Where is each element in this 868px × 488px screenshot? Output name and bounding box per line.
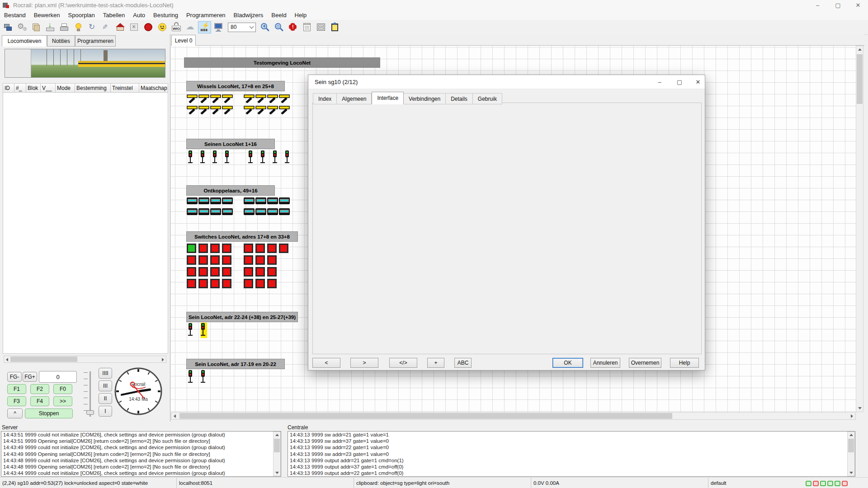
turnout-symbol[interactable]: [244, 94, 255, 105]
cloud-icon[interactable]: ☁: [184, 21, 197, 33]
turnout-symbol[interactable]: [187, 94, 198, 105]
decoupler-symbol[interactable]: [267, 208, 278, 215]
switch-output-button[interactable]: [267, 244, 277, 253]
signal-symbol[interactable]: [248, 150, 255, 165]
turnout-symbol[interactable]: [244, 106, 255, 116]
track-power-icon[interactable]: ⚡: [198, 21, 211, 33]
stop-button[interactable]: Stoppen: [25, 408, 73, 418]
switch-output-button[interactable]: [244, 267, 253, 277]
tab-interface[interactable]: Interface: [372, 92, 404, 104]
speed-step4-button[interactable]: IIII: [99, 368, 112, 379]
switch-output-button[interactable]: [244, 279, 253, 288]
menu-programmeren[interactable]: Programmeren: [182, 12, 230, 19]
canvas-hscrollbar[interactable]: [171, 412, 856, 420]
tab-verbindingen[interactable]: Verbindingen: [404, 93, 446, 104]
tab-index[interactable]: Index: [313, 93, 337, 104]
emergency-stop-icon[interactable]: [142, 21, 155, 33]
f1-button[interactable]: F1: [7, 384, 26, 394]
f0-button[interactable]: F0: [53, 384, 72, 394]
zoom-in-icon[interactable]: +: [259, 21, 272, 33]
tab-notities[interactable]: Notities: [47, 35, 75, 47]
menu-tabellen[interactable]: Tabellen: [99, 12, 129, 19]
fg-plus-button[interactable]: FG+: [23, 372, 37, 382]
col-id[interactable]: ID: [3, 83, 14, 93]
decoupler-symbol[interactable]: [210, 197, 221, 204]
properties-icon[interactable]: ⚙⚙: [16, 21, 29, 33]
switch-output-button[interactable]: [187, 255, 196, 265]
tab-gebruik[interactable]: Gebruik: [473, 93, 502, 104]
switch-output-button[interactable]: [198, 267, 208, 277]
switch-output-button[interactable]: [222, 279, 231, 288]
prev-button[interactable]: <: [312, 358, 340, 368]
signal-symbol[interactable]: [260, 150, 267, 165]
decoupler-symbol[interactable]: [279, 208, 290, 215]
minimize-button[interactable]: –: [807, 0, 828, 10]
signal-symbol[interactable]: [201, 370, 207, 385]
decoupler-symbol[interactable]: [222, 208, 233, 215]
decoupler-symbol[interactable]: [187, 208, 198, 215]
smiley-icon[interactable]: [156, 21, 169, 33]
switch-output-button[interactable]: [255, 279, 265, 288]
workspace-icon[interactable]: [2, 21, 15, 33]
decoupler-symbol[interactable]: [198, 197, 209, 204]
decoupler-symbol[interactable]: [222, 197, 233, 204]
switch-output-button[interactable]: [210, 255, 220, 265]
save-icon[interactable]: ↓: [44, 21, 57, 33]
log-icon[interactable]: [301, 21, 314, 33]
turnout-symbol[interactable]: [187, 106, 198, 116]
dialog-titlebar[interactable]: Sein sg10 (2/12): [308, 75, 705, 89]
menu-spoorplan[interactable]: Spoorplan: [64, 12, 99, 19]
lamp-icon[interactable]: [72, 21, 85, 33]
switch-output-button[interactable]: [244, 255, 253, 265]
switch-output-button[interactable]: [267, 279, 277, 288]
f2-button[interactable]: F2: [30, 384, 49, 394]
signal-symbol[interactable]: [188, 323, 194, 338]
switch-output-button[interactable]: [279, 244, 288, 253]
decoupler-symbol[interactable]: [187, 197, 198, 204]
signal-symbol[interactable]: [200, 150, 207, 165]
f3-button[interactable]: F3: [7, 396, 26, 406]
menu-help[interactable]: Help: [291, 12, 311, 19]
direction-button[interactable]: ^: [7, 408, 23, 418]
tab-programmeren[interactable]: Programmeren: [75, 35, 116, 47]
col-mode[interactable]: Mode: [56, 83, 75, 93]
speed-slider[interactable]: [83, 371, 95, 418]
decoupler-symbol[interactable]: [255, 197, 266, 204]
open-icon[interactable]: [30, 21, 43, 33]
menu-auto[interactable]: Auto: [129, 12, 149, 19]
decoupler-symbol[interactable]: [210, 208, 221, 215]
switch-output-button[interactable]: [255, 267, 265, 277]
tab-level-0[interactable]: Level 0: [171, 35, 196, 46]
abc-button[interactable]: ABC: [454, 358, 472, 368]
dialog-maximize-button[interactable]: ▢: [670, 75, 689, 89]
card-index-icon[interactable]: [315, 21, 328, 33]
f4-button[interactable]: F4: [30, 396, 49, 406]
edit-icon[interactable]: ✎: [100, 21, 113, 33]
close-button[interactable]: ✕: [848, 0, 868, 10]
col-blok[interactable]: Blok: [26, 83, 41, 93]
loco-table-body[interactable]: [3, 93, 168, 354]
col-v[interactable]: V__: [41, 83, 56, 93]
print-icon[interactable]: [58, 21, 71, 33]
tab-details[interactable]: Details: [446, 93, 473, 104]
signal-symbol[interactable]: [273, 150, 279, 165]
turnout-symbol[interactable]: [255, 106, 266, 116]
fg-minus-button[interactable]: FG-: [7, 372, 22, 382]
decoupler-symbol[interactable]: [255, 208, 266, 215]
menu-bladwijzers[interactable]: Bladwijzers: [230, 12, 268, 19]
switch-output-button[interactable]: [210, 244, 220, 253]
col-bestemming[interactable]: Bestemming: [75, 83, 111, 93]
next-button[interactable]: >: [350, 358, 378, 368]
signal-symbol[interactable]: [188, 150, 194, 165]
close-plan-icon[interactable]: ×: [128, 21, 141, 33]
home-icon[interactable]: [114, 21, 127, 33]
alert-icon[interactable]: !: [287, 21, 300, 33]
decoupler-symbol[interactable]: [244, 197, 255, 204]
loco-address-field[interactable]: 0: [39, 371, 77, 383]
switch-output-button[interactable]: [187, 279, 196, 288]
server-log[interactable]: 14:43:51 9999 could not initialize [COM2…: [1, 431, 281, 477]
loco-table-hscrollbar[interactable]: [4, 356, 166, 363]
switch-output-button[interactable]: [187, 267, 196, 277]
turnout-symbol[interactable]: [267, 106, 278, 116]
speed-step2-button[interactable]: II: [99, 393, 112, 404]
